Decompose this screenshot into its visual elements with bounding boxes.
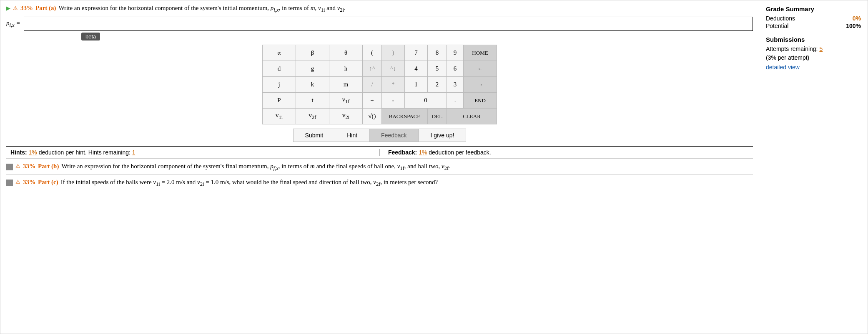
part-c-row: ⚠ 33% Part (c) If the initial speeds of …	[6, 174, 753, 190]
feedback-button[interactable]: Feedback	[369, 129, 419, 142]
key-backspace[interactable]: BACKSPACE	[382, 109, 428, 124]
key-k[interactable]: k	[296, 77, 329, 93]
part-c-label: Part (c)	[38, 179, 58, 186]
key-sqrt[interactable]: √()	[363, 109, 382, 124]
key-j[interactable]: j	[263, 77, 296, 93]
feedback-deduction-link[interactable]: 1%	[419, 149, 427, 156]
potential-value: 100%	[846, 23, 861, 29]
submit-button[interactable]: Submit	[294, 129, 336, 142]
key-v2f[interactable]: v2f	[296, 109, 329, 124]
feedback-section: Feedback: 1% deduction per feedback.	[380, 149, 749, 156]
key-h[interactable]: h	[329, 61, 363, 77]
key-caret-down[interactable]: ^↓	[382, 61, 405, 77]
key-end[interactable]: END	[464, 93, 497, 109]
hints-remaining[interactable]: 1	[132, 149, 135, 156]
potential-row: Potential 100%	[766, 23, 861, 29]
keyboard-grid: α β θ ( ) 7 8 9 HOME d g h ↑^ ^↓ 4	[262, 45, 497, 124]
potential-label: Potential	[766, 23, 788, 29]
key-5[interactable]: 5	[428, 61, 447, 77]
key-right-arrow[interactable]: →	[464, 77, 497, 93]
per-attempt-text: (3% per attempt)	[766, 53, 861, 62]
answer-input[interactable]	[24, 17, 753, 31]
key-v1i[interactable]: v1i	[263, 109, 296, 124]
beta-tooltip: beta	[6, 33, 753, 43]
key-plus[interactable]: +	[363, 93, 382, 109]
part-b-description: Write an expression for the horizontal c…	[61, 163, 753, 172]
key-g[interactable]: g	[296, 61, 329, 77]
key-t[interactable]: t	[296, 93, 329, 109]
grade-summary-title: Grade Summary	[766, 5, 861, 13]
key-v1f[interactable]: v1f	[329, 93, 363, 109]
part-b-label: Part (b)	[38, 163, 59, 170]
part-a-description: Write an expression for the horizontal c…	[59, 5, 346, 13]
attempts-row: Attempts remaining: 5	[766, 45, 861, 53]
input-label: pi,x =	[6, 20, 20, 28]
submissions-title: Submissions	[766, 36, 861, 43]
part-c-description: If the initial speeds of the balls were …	[61, 179, 753, 187]
hints-section: Hints: 1% deduction per hint. Hints rema…	[10, 149, 380, 156]
deductions-row: Deductions 0%	[766, 15, 861, 22]
warning-icon-a: ⚠	[13, 5, 18, 12]
part-a-label: Part (a)	[35, 5, 56, 12]
key-2[interactable]: 2	[428, 77, 447, 93]
key-star[interactable]: *	[382, 77, 405, 93]
deductions-label: Deductions	[766, 15, 795, 22]
per-attempt-label: (3% per attempt)	[766, 54, 809, 61]
key-del[interactable]: DEL	[428, 109, 447, 124]
beta-label: beta	[81, 33, 100, 40]
key-theta[interactable]: θ	[329, 45, 363, 61]
attempts-label: Attempts remaining:	[766, 46, 818, 52]
key-clear[interactable]: CLEAR	[447, 109, 497, 124]
part-b-percent: 33%	[23, 163, 35, 170]
key-6[interactable]: 6	[447, 61, 464, 77]
action-buttons-row: Submit Hint Feedback I give up!	[293, 129, 467, 142]
hints-deduction-link[interactable]: 1%	[29, 149, 37, 156]
attempts-value: 5	[819, 46, 823, 52]
key-minus[interactable]: -	[382, 93, 405, 109]
key-close-paren[interactable]: )	[382, 45, 405, 61]
key-1[interactable]: 1	[405, 77, 428, 93]
part-b-row: ⚠ 33% Part (b) Write an expression for t…	[6, 158, 753, 174]
key-4[interactable]: 4	[405, 61, 428, 77]
key-alpha[interactable]: α	[263, 45, 296, 61]
key-0[interactable]: 0	[405, 93, 447, 109]
key-left-arrow[interactable]: ←	[464, 61, 497, 77]
key-7[interactable]: 7	[405, 45, 428, 61]
part-a-percent: 33%	[20, 5, 33, 12]
feedback-label: Feedback:	[388, 149, 417, 156]
square-icon-c	[6, 180, 13, 186]
key-m[interactable]: m	[329, 77, 363, 93]
part-c-percent: 33%	[23, 179, 35, 186]
hints-text: deduction per hint. Hints remaining:	[39, 149, 132, 156]
play-icon: ▶	[6, 5, 10, 12]
key-3[interactable]: 3	[447, 77, 464, 93]
key-v2i[interactable]: v2i	[329, 109, 363, 124]
key-home[interactable]: HOME	[464, 45, 497, 61]
hints-bar: Hints: 1% deduction per hint. Hints rema…	[6, 146, 753, 158]
keyboard-area: α β θ ( ) 7 8 9 HOME d g h ↑^ ^↓ 4	[6, 45, 753, 124]
warning-icon-b: ⚠	[15, 163, 20, 170]
key-P[interactable]: P	[263, 93, 296, 109]
key-up-caret[interactable]: ↑^	[363, 61, 382, 77]
key-9[interactable]: 9	[447, 45, 464, 61]
hints-label: Hints:	[10, 149, 27, 156]
deductions-value: 0%	[853, 15, 861, 22]
sidebar: Grade Summary Deductions 0% Potential 10…	[759, 0, 868, 334]
answer-input-row: pi,x =	[6, 17, 753, 31]
key-dot[interactable]: .	[447, 93, 464, 109]
part-a-header: ▶ ⚠ 33% Part (a) Write an expression for…	[6, 5, 753, 13]
hint-button[interactable]: Hint	[335, 129, 369, 142]
key-8[interactable]: 8	[428, 45, 447, 61]
key-slash[interactable]: /	[363, 77, 382, 93]
key-beta[interactable]: β	[296, 45, 329, 61]
key-d[interactable]: d	[263, 61, 296, 77]
feedback-text: deduction per feedback.	[429, 149, 491, 156]
warning-icon-c: ⚠	[15, 179, 20, 185]
give-up-button[interactable]: I give up!	[419, 129, 466, 142]
key-open-paren[interactable]: (	[363, 45, 382, 61]
square-icon-b	[6, 164, 13, 170]
detailed-view-link[interactable]: detailed view	[766, 64, 800, 71]
